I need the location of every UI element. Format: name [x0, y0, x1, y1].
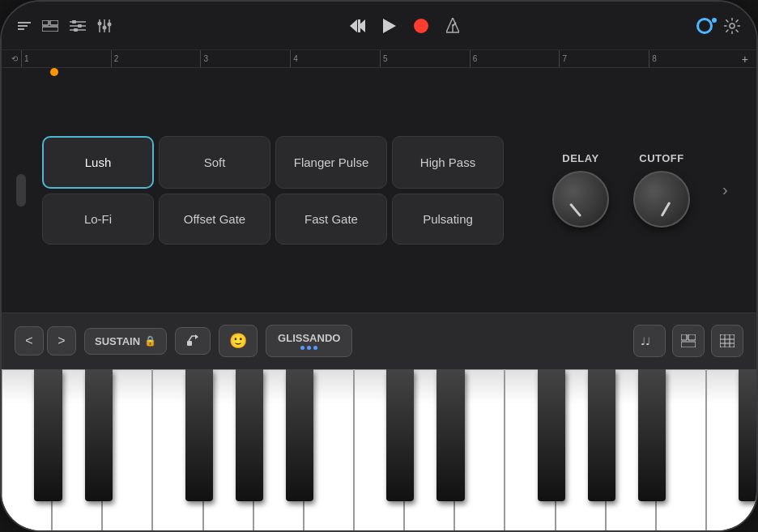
chord-button[interactable]	[672, 325, 705, 357]
glissando-dots	[300, 346, 317, 350]
dot-2	[307, 346, 311, 350]
delay-knob-group: DELAY	[552, 152, 609, 228]
toolbar-center	[349, 18, 459, 34]
ruler-marks: 1 2 3 4 5 6 7 8	[21, 50, 739, 67]
chevron-right-icon[interactable]: ›	[722, 181, 728, 199]
svg-text:♩♩: ♩♩	[641, 335, 650, 347]
arpeggiator-button[interactable]	[175, 327, 211, 355]
metronome-button[interactable]	[446, 18, 459, 34]
nav-buttons: < >	[15, 326, 76, 355]
svg-rect-23	[187, 341, 192, 346]
instrument-view-button[interactable]	[711, 325, 743, 357]
toolbar-right	[696, 18, 740, 34]
ruler-8: 8	[649, 50, 739, 67]
preset-lush[interactable]: Lush	[42, 136, 154, 189]
black-key-F4-sharp[interactable]	[538, 369, 565, 501]
emoji-button[interactable]: 🙂	[219, 325, 258, 357]
middle-row: Lush Soft Flanger Pulse High Pass Lo-Fi …	[2, 68, 756, 313]
mixer-icon[interactable]	[97, 19, 112, 32]
svg-point-14	[108, 22, 112, 26]
left-panel	[2, 76, 26, 304]
svg-rect-27	[688, 334, 696, 340]
preset-lo-fi[interactable]: Lo-Fi	[42, 194, 154, 245]
svg-point-12	[98, 21, 102, 25]
settings-button[interactable]	[724, 18, 740, 34]
display-settings-icon[interactable]	[696, 18, 713, 34]
black-key-F3-sharp[interactable]	[185, 369, 213, 501]
black-key-G3-sharp[interactable]	[236, 369, 263, 501]
ruler-4: 4	[290, 50, 380, 67]
svg-rect-2	[42, 27, 58, 32]
svg-rect-1	[50, 20, 58, 25]
preset-pulsating[interactable]: Pulsating	[392, 194, 504, 245]
svg-point-22	[730, 23, 735, 28]
presets-and-knobs: Lush Soft Flanger Pulse High Pass Lo-Fi …	[26, 76, 756, 304]
next-octave-button[interactable]: >	[47, 326, 76, 355]
svg-marker-15	[350, 19, 357, 32]
timeline-ruler: ⟲ 1 2 3 4 5 6 7 8 +	[2, 50, 756, 68]
svg-marker-18	[383, 19, 396, 33]
svg-marker-24	[195, 334, 198, 339]
play-button[interactable]	[383, 19, 396, 33]
toolbar	[2, 2, 756, 50]
lock-icon: 🔒	[144, 335, 156, 347]
left-panel-handle[interactable]	[16, 174, 26, 206]
svg-rect-28	[681, 342, 696, 347]
sustain-button[interactable]: SUSTAIN 🔒	[84, 328, 167, 355]
cutoff-knob-group: CUTOFF	[633, 152, 690, 228]
chord-icon	[681, 334, 696, 347]
svg-rect-8	[74, 28, 78, 32]
knobs-area: DELAY CUTOFF ›	[536, 144, 744, 236]
right-controls: ♩♩	[633, 325, 743, 357]
black-key-C5-sharp[interactable]	[739, 369, 756, 501]
tracks-icon[interactable]	[70, 20, 86, 32]
preset-grid: Lush Soft Flanger Pulse High Pass Lo-Fi …	[42, 136, 504, 245]
dropdown-icon[interactable]	[18, 21, 31, 31]
record-indicator	[414, 19, 428, 33]
ruler-5: 5	[380, 50, 470, 67]
black-key-C3-sharp[interactable]	[34, 369, 62, 501]
arrange-view-icon[interactable]	[42, 20, 58, 32]
dot-3	[313, 346, 317, 350]
svg-rect-6	[72, 20, 76, 23]
piano-keyboard[interactable]: C3C4C5	[2, 369, 756, 533]
piano-keys-container: C3C4C5	[2, 369, 756, 533]
record-button[interactable]	[414, 19, 428, 33]
svg-rect-7	[78, 24, 82, 28]
orange-dot-indicator	[50, 68, 58, 76]
black-key-G4-sharp[interactable]	[588, 369, 615, 501]
black-key-A4-sharp[interactable]	[638, 369, 666, 501]
glissando-button[interactable]: GLISSANDO	[266, 325, 352, 357]
preset-offset-gate[interactable]: Offset Gate	[159, 194, 270, 245]
black-key-D4-sharp[interactable]	[436, 369, 464, 501]
cutoff-knob[interactable]	[633, 171, 690, 228]
toolbar-left	[18, 19, 112, 32]
cutoff-label: CUTOFF	[639, 152, 683, 164]
blue-display-icon	[696, 18, 713, 34]
black-key-A3-sharp[interactable]	[286, 369, 313, 501]
phone-frame: ⟲ 1 2 3 4 5 6 7 8 + Lush Soft	[0, 0, 758, 532]
black-key-D3-sharp[interactable]	[85, 369, 113, 501]
controls-bar: < > SUSTAIN 🔒 🙂 GLISSANDO	[2, 313, 756, 369]
preset-flanger-pulse[interactable]: Flanger Pulse	[275, 136, 387, 189]
instrument-icon	[720, 334, 735, 347]
prev-octave-button[interactable]: <	[15, 326, 44, 355]
arpeggiator-icon	[185, 334, 200, 347]
svg-rect-0	[42, 20, 49, 25]
preset-soft[interactable]: Soft	[159, 136, 270, 189]
emoji-icon: 🙂	[229, 332, 247, 350]
ruler-6: 6	[470, 50, 560, 67]
delay-knob[interactable]	[552, 171, 609, 228]
add-track-button[interactable]: +	[742, 53, 748, 66]
svg-point-13	[103, 25, 107, 29]
note-order-button[interactable]: ♩♩	[633, 325, 666, 357]
ruler-7: 7	[559, 50, 649, 67]
note-order-icon: ♩♩	[641, 334, 658, 347]
ruler-3: 3	[200, 50, 290, 67]
black-key-C4-sharp[interactable]	[386, 369, 414, 501]
preset-high-pass[interactable]: High Pass	[392, 136, 504, 189]
preset-fast-gate[interactable]: Fast Gate	[275, 194, 387, 245]
ruler-2: 2	[111, 50, 201, 67]
instrument-container: Lush Soft Flanger Pulse High Pass Lo-Fi …	[2, 68, 756, 532]
rewind-button[interactable]	[349, 19, 365, 33]
